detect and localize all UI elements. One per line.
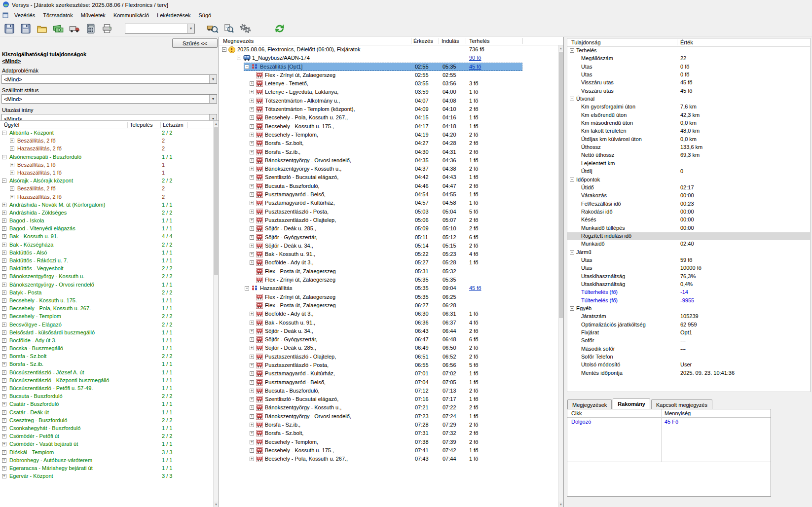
expander-icon[interactable]: + — [250, 81, 254, 86]
expander-icon[interactable]: + — [250, 260, 254, 265]
column-header-indulas[interactable]: Indulás — [442, 38, 459, 44]
toolbar-combo[interactable]: ▾ — [125, 24, 195, 34]
client-row[interactable]: +Egeraracsa - Máriahegy bejárati út1 / 1 — [0, 465, 213, 472]
prop-row[interactable]: Utas10000 fő — [567, 264, 810, 272]
route-root-row[interactable]: −2025.08.06, Flextronics, Délelőtt (06:0… — [219, 45, 558, 54]
expander-icon[interactable]: + — [250, 184, 254, 188]
expander-icon[interactable]: + — [2, 298, 6, 303]
expander-icon[interactable]: + — [250, 175, 254, 180]
expander-icon[interactable]: + — [10, 195, 14, 199]
prop-group-row[interactable]: −Jármű — [567, 249, 810, 256]
client-row[interactable]: +Batyk - Posta2 / 2 — [0, 289, 213, 297]
expander-icon[interactable]: + — [2, 323, 6, 327]
expander-icon[interactable]: + — [250, 397, 254, 401]
menu-item-vezerles[interactable]: Vezérlés — [10, 11, 39, 20]
expander-icon[interactable]: + — [2, 418, 6, 423]
prop-group-row[interactable]: −Egyéb — [567, 305, 810, 313]
expander-icon[interactable]: + — [10, 186, 14, 191]
client-row[interactable]: +Egervár - Központ3 / 3 — [0, 472, 213, 480]
client-row[interactable]: +Bucsuta - Buszforduló2 / 2 — [0, 393, 213, 400]
expander-icon[interactable]: + — [250, 201, 254, 205]
client-row[interactable]: +Beszállítás, 1 fő1 — [0, 161, 213, 169]
client-row[interactable]: +Beszállítás, 2 fő2 — [0, 137, 213, 145]
expander-icon[interactable]: + — [250, 210, 254, 214]
route-stop-row[interactable]: +Pusztamagyaród - Belső,07:0407:051 fő — [219, 378, 558, 387]
route-tree-scrollbar[interactable]: ▲ ▼ — [558, 45, 563, 507]
zoom-icon[interactable] — [222, 22, 235, 35]
expander-icon[interactable]: + — [250, 235, 254, 240]
route-stop-row[interactable]: +Pusztaszentlászló - Posta,05:0305:045 f… — [219, 208, 558, 216]
client-row[interactable]: +Csesztreg - Buszforduló2 / 2 — [0, 417, 213, 425]
menu-item-sugo[interactable]: Súgó — [195, 11, 216, 20]
prop-row[interactable]: Mentés időpontja2025. 09. 23. 10:41:36 — [567, 369, 810, 377]
expander-icon[interactable]: + — [250, 158, 254, 163]
expander-icon[interactable]: + — [250, 124, 254, 129]
tab-kapcsolt-megjegyzes[interactable]: Kapcsolt megjegyzés — [651, 399, 712, 409]
expander-icon[interactable]: + — [250, 355, 254, 359]
client-row[interactable]: +Andráshida - Novák M. út (Körforgalom)1… — [0, 201, 213, 209]
expander-icon[interactable]: + — [250, 150, 254, 154]
expander-icon[interactable]: + — [250, 107, 254, 111]
route-stop-row[interactable]: +Becsehely - Templom,04:1904:202 fő — [219, 131, 558, 139]
expander-icon[interactable]: + — [250, 431, 254, 435]
prop-row[interactable]: Útidő02:17 — [567, 184, 810, 192]
transfer-icon[interactable] — [273, 22, 286, 35]
scroll-down-icon[interactable]: ▼ — [558, 502, 563, 507]
route-stop-row[interactable]: +Pusztamagyaród - Belső,04:5404:551 fő — [219, 190, 558, 199]
client-row[interactable]: +Dióskál - Templom3 / 3 — [0, 449, 213, 457]
client-row[interactable]: +Becsehely - Kossuth u. 175.1 / 1 — [0, 297, 213, 305]
expander-icon[interactable]: − — [570, 48, 574, 53]
expander-icon[interactable]: + — [2, 450, 6, 455]
expander-icon[interactable]: + — [250, 329, 254, 333]
prop-row[interactable]: Késés00:00 — [567, 216, 810, 224]
expander-icon[interactable]: + — [250, 244, 254, 248]
prop-row[interactable]: Második sofőr--- — [567, 345, 810, 353]
expander-icon[interactable]: + — [2, 306, 6, 311]
client-row[interactable]: −Alsónemesapáti - Buszforduló1 / 1 — [0, 153, 213, 161]
expander-icon[interactable]: + — [2, 386, 6, 391]
scroll-up-icon[interactable]: ▲ — [214, 121, 219, 126]
expander-icon[interactable]: + — [2, 426, 6, 431]
expander-icon[interactable]: + — [2, 226, 6, 231]
prop-row[interactable]: Visszáru utas45 fő — [567, 79, 810, 87]
route-stop-row[interactable]: +Bucsuta - Buszforduló,04:4604:472 fő — [219, 182, 558, 190]
route-stop-row[interactable]: +Szentliszló - Bucsutai elágazó,04:4204:… — [219, 173, 558, 181]
expander-icon[interactable]: + — [250, 226, 254, 231]
client-row[interactable]: +Hazaszállítás, 2 fő2 — [0, 193, 213, 201]
client-row[interactable]: +Becsvölgye - Elágazó2 / 2 — [0, 321, 213, 329]
client-row[interactable]: +Búcsúszentlászló - József A. út1 / 1 — [0, 369, 213, 377]
column-header-mennyiseg[interactable]: Mennyiség — [664, 410, 691, 416]
column-header-letszam[interactable]: Létszám — [163, 122, 184, 128]
prop-group-row[interactable]: −Időpontok — [567, 176, 810, 184]
expander-icon[interactable]: + — [2, 211, 6, 215]
prop-row[interactable]: Sofőr--- — [567, 337, 810, 345]
menu-item-muveletek[interactable]: Műveletek — [77, 11, 110, 20]
expander-icon[interactable]: + — [2, 218, 6, 223]
expander-icon[interactable]: + — [250, 389, 254, 393]
expander-icon[interactable]: + — [250, 167, 254, 171]
client-row[interactable]: +Borsfa - Sz.bolt2 / 2 — [0, 353, 213, 361]
client-row[interactable]: +Csatár - Deák út1 / 1 — [0, 409, 213, 417]
prop-row[interactable]: Utas0 fő — [567, 71, 810, 79]
client-row[interactable]: −Alibánfa - Központ2 / 2 — [0, 129, 213, 137]
route-stop-row[interactable]: +Bocfölde - Ady út 3.,06:3006:311 fő — [219, 310, 558, 318]
expander-icon[interactable]: + — [2, 458, 6, 463]
client-row[interactable]: +Hazaszállítás, 2 fő2 — [0, 145, 213, 153]
expander-icon[interactable]: + — [2, 466, 6, 471]
client-row[interactable]: +Csömödér - Petőfi út2 / 2 — [0, 433, 213, 440]
route-stop-row[interactable]: +Söjtör - Gyógyszertár,05:1105:126 fő — [219, 233, 558, 242]
prop-row[interactable]: Visszáru utas45 fő — [567, 87, 810, 95]
route-stop-row[interactable]: +Bak - Kossuth u. 91.,06:3606:374 fő — [219, 319, 558, 327]
client-row[interactable]: +Becsehely - Templom2 / 2 — [0, 313, 213, 321]
route-stop-row[interactable]: +Becsehely - Pola, Kossuth u. 267.,07:43… — [219, 455, 558, 463]
route-stop-row[interactable]: +Pusztamagyaród - Kultúrház,04:5704:581 … — [219, 199, 558, 207]
route-stop-row[interactable]: +Becsehely - Kossuth u. 175.,07:4107:421… — [219, 446, 558, 455]
calculator-icon[interactable] — [84, 22, 97, 35]
expander-icon[interactable]: + — [250, 405, 254, 410]
open-folder-icon[interactable] — [36, 22, 48, 35]
column-header-ertek[interactable]: Érték — [680, 39, 693, 45]
expander-icon[interactable]: + — [250, 321, 254, 325]
client-row[interactable]: +Búcsúszentlászló - Petőfi u. 57-49.1 / … — [0, 385, 213, 393]
prop-row[interactable]: Fel/leszállási idő00:23 — [567, 200, 810, 208]
expander-icon[interactable]: + — [2, 203, 6, 207]
